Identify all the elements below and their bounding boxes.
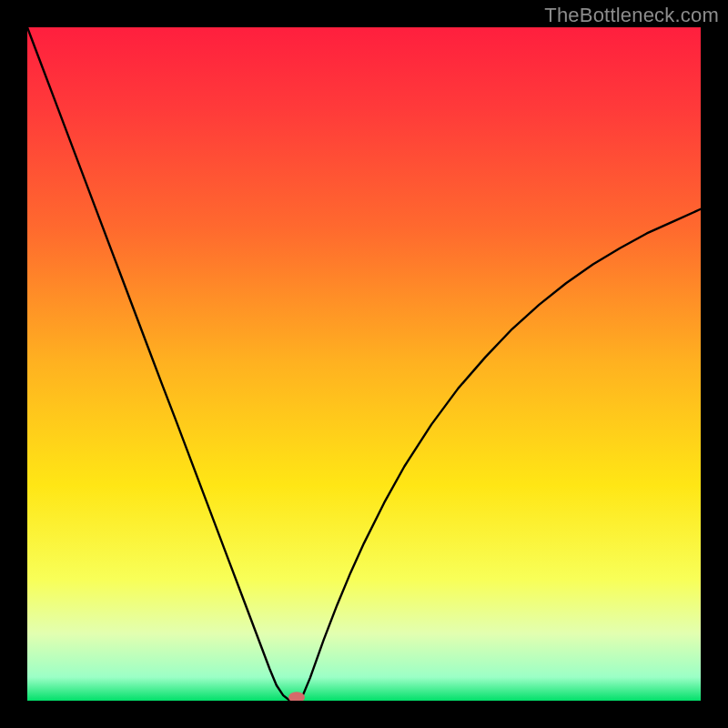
chart-frame: TheBottleneck.com [0, 0, 728, 728]
watermark-text: TheBottleneck.com [544, 4, 719, 27]
gradient-background [27, 27, 701, 701]
chart-svg [27, 27, 701, 701]
plot-area [27, 27, 701, 701]
